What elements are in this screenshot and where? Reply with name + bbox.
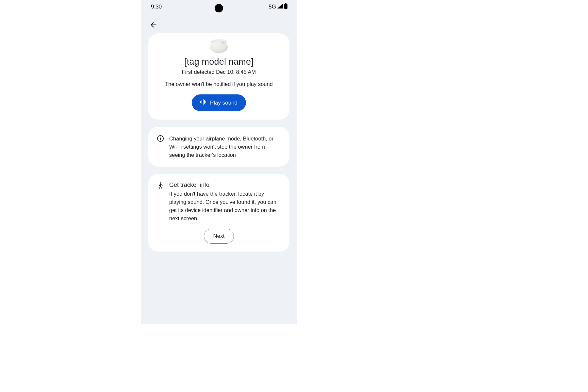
play-sound-button[interactable]: Play sound	[192, 94, 246, 111]
battery-icon	[284, 3, 287, 10]
status-right: 5G	[269, 3, 287, 10]
action-card: Get tracker info If you don't have the t…	[148, 174, 289, 252]
main-card: [tag model name] First detected Dec 10, …	[148, 33, 289, 120]
status-time: 9:30	[151, 4, 162, 10]
svg-rect-1	[285, 3, 286, 4]
tracker-image	[210, 39, 228, 53]
tracker-title: [tag model name]	[184, 57, 253, 67]
network-label: 5G	[269, 4, 276, 10]
detected-text: First detected Dec 10, 8:45 AM	[182, 69, 256, 75]
signal-icon	[277, 4, 283, 10]
arrow-back-icon	[149, 21, 158, 29]
svg-rect-0	[284, 4, 287, 9]
action-title: Get tracker info	[169, 182, 281, 188]
svg-rect-9	[160, 137, 161, 138]
action-body: If you don't have the tracker, locate it…	[169, 190, 281, 222]
info-card: Changing your airplane mode, Bluetooth, …	[148, 127, 289, 167]
info-text: Changing your airplane mode, Bluetooth, …	[169, 135, 281, 159]
svg-rect-5	[204, 100, 205, 104]
camera-cutout	[215, 4, 223, 12]
owner-notice: The owner won't be notified if you play …	[165, 81, 273, 87]
svg-rect-3	[202, 100, 202, 104]
sound-wave-icon	[200, 99, 207, 106]
phone-frame: 9:30 5G [tag model name] First detected …	[141, 0, 297, 324]
next-button[interactable]: Next	[204, 229, 234, 244]
play-sound-label: Play sound	[210, 100, 237, 106]
svg-rect-4	[203, 99, 204, 105]
svg-point-10	[160, 182, 161, 184]
svg-rect-6	[205, 101, 206, 103]
walking-person-icon	[157, 182, 164, 189]
back-button[interactable]	[148, 20, 159, 30]
cards-wrap: [tag model name] First detected Dec 10, …	[141, 33, 297, 252]
info-icon	[157, 135, 164, 142]
svg-rect-2	[200, 101, 201, 103]
next-label: Next	[213, 233, 225, 239]
svg-rect-8	[160, 138, 161, 140]
nav-row	[141, 14, 297, 33]
